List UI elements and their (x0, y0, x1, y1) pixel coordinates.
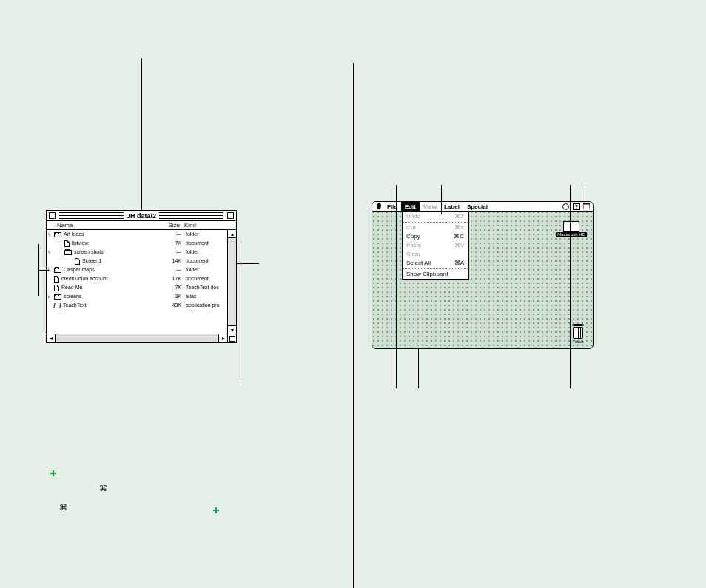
menu-item-select-all[interactable]: Select All⌘A (403, 259, 468, 268)
menu-item-shortcut: ⌘A (454, 260, 464, 267)
item-kind: application pro (181, 301, 227, 310)
menu-item-label: Select All (406, 260, 431, 267)
item-kind: folder (181, 248, 227, 257)
menu-item-label: Undo (406, 213, 420, 220)
menu-item-cut: Cut⌘X (403, 223, 468, 232)
menu-item-paste: Paste⌘V (403, 241, 468, 250)
scroll-down-arrow-icon[interactable]: ▾ (228, 325, 236, 334)
decorative-diamond-icon (50, 470, 56, 476)
list-row[interactable]: Screen114Kdocument (47, 257, 227, 266)
menu-item-show-clipboard[interactable]: Show Clipboard (403, 270, 468, 279)
app-icon (53, 303, 61, 308)
item-name: Casper maps (64, 266, 159, 274)
menu-file[interactable]: File (383, 202, 401, 211)
item-kind: folder (181, 266, 227, 274)
folder-icon (54, 232, 61, 237)
scroll-right-arrow-icon[interactable]: ▸ (218, 334, 227, 342)
decorative-diamond-icon (213, 507, 219, 513)
help-menu-icon[interactable]: ? (573, 203, 580, 210)
apple-menu-icon[interactable] (374, 203, 383, 211)
hscroll-track[interactable] (56, 334, 218, 342)
close-box[interactable] (49, 212, 56, 219)
menu-item-shortcut: ⌘V (454, 242, 464, 249)
menu-view[interactable]: View (420, 202, 440, 211)
doc-icon (54, 276, 59, 283)
trash-label: Trash (572, 339, 584, 344)
callout-line (418, 348, 419, 388)
svg-rect-1 (583, 203, 590, 204)
menubar-clock-icon[interactable] (562, 203, 569, 210)
col-header-name[interactable]: Name (57, 222, 158, 229)
menu-item-label: Cut (406, 224, 415, 232)
disclosure-closed-icon[interactable]: ▹ (48, 266, 54, 274)
menu-item-shortcut: ⌘C (454, 233, 464, 240)
item-size: — (159, 248, 181, 257)
doc-icon (75, 258, 80, 265)
desktop-screenshot: File Edit View Label Special ? Undo⌘ZCut… (372, 201, 594, 349)
item-kind: alias (181, 292, 227, 301)
item-size: 3K (159, 292, 181, 301)
menu-label[interactable]: Label (440, 202, 463, 211)
callout-line (241, 239, 241, 383)
list-row[interactable]: ▹Casper maps—folder (47, 266, 227, 274)
disclosure-closed-icon[interactable]: ▹ (48, 292, 54, 301)
command-key-glyph-icon: ⌘ (99, 484, 107, 493)
menu-edit[interactable]: Edit (401, 202, 420, 211)
item-kind: document (181, 257, 227, 266)
startup-disk-icon[interactable]: Macintosh HD (556, 221, 587, 237)
menu-special[interactable]: Special (463, 202, 491, 211)
item-size: — (159, 230, 181, 239)
list-row[interactable]: listview7Kdocument (47, 239, 227, 248)
list-row[interactable]: ▿screen shots—folder (47, 248, 227, 257)
item-name: Screen1 (82, 257, 159, 266)
callout-line (237, 263, 259, 264)
list-row[interactable]: TeachText43Kapplication pro (47, 301, 227, 310)
disclosure-open-icon[interactable]: ▿ (48, 230, 54, 239)
trash-lid-icon (572, 324, 584, 326)
application-menu-icon[interactable] (582, 203, 591, 211)
item-size: 7K (159, 283, 181, 292)
menu-item-undo: Undo⌘Z (403, 212, 468, 221)
folder-icon (54, 268, 61, 273)
grow-box[interactable] (227, 334, 236, 342)
folder-icon (64, 250, 72, 255)
item-size: — (159, 266, 181, 274)
finder-list-window: JH data/2 Name Size Kind ▿Art ideas—fold… (46, 210, 237, 343)
item-name: Art ideas (64, 230, 159, 239)
scroll-left-arrow-icon[interactable]: ◂ (47, 334, 56, 342)
menu-item-shortcut: ⌘Z (454, 213, 464, 220)
trash-can-icon (573, 327, 583, 339)
disclosure-open-icon[interactable]: ▿ (48, 248, 54, 257)
folder-icon (54, 294, 61, 300)
menu-item-clear: Clear (403, 250, 468, 259)
item-name: TeachText (63, 301, 159, 310)
scroll-up-arrow-icon[interactable]: ▴ (228, 230, 236, 238)
menu-bar: File Edit View Label Special ? (372, 202, 593, 212)
menu-item-label: Clear (406, 251, 420, 258)
menu-separator (403, 268, 468, 269)
vertical-scrollbar[interactable]: ▴ ▾ (227, 230, 236, 334)
list-row[interactable]: credit union account17Kdocument (47, 274, 227, 283)
menu-item-label: Show Clipboard (406, 271, 448, 278)
col-header-size[interactable]: Size (158, 222, 180, 229)
finder-titlebar[interactable]: JH data/2 (47, 211, 236, 221)
doc-icon (64, 240, 70, 247)
list-row[interactable]: Read Me7KTeachText doc (47, 283, 227, 292)
col-header-kind[interactable]: Kind (180, 222, 236, 229)
menu-item-copy[interactable]: Copy⌘C (403, 232, 468, 241)
window-title: JH data/2 (124, 212, 159, 220)
item-kind: TeachText doc (181, 283, 227, 292)
item-size: 17K (159, 274, 181, 283)
zoom-box[interactable] (227, 212, 234, 219)
callout-line (441, 185, 442, 214)
trash-icon[interactable]: Trash (572, 324, 584, 344)
item-size: 14K (159, 257, 181, 266)
menu-separator (403, 222, 468, 223)
list-row[interactable]: ▿Art ideas—folder (47, 230, 227, 239)
list-column-header: Name Size Kind (47, 221, 236, 230)
list-row[interactable]: ▹screens3Kalias (47, 292, 227, 301)
horizontal-scrollbar[interactable]: ◂ ▸ (47, 334, 236, 342)
menu-item-shortcut: ⌘X (454, 224, 464, 232)
edit-menu-dropdown: Undo⌘ZCut⌘XCopy⌘CPaste⌘VClearSelect All⌘… (402, 212, 468, 280)
callout-line (570, 185, 571, 388)
